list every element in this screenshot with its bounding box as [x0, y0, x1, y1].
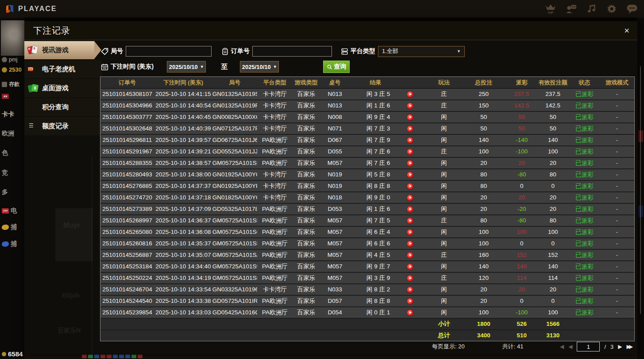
platform-type: PA欧洲厅: [257, 158, 293, 168]
valid-bet: 50: [536, 123, 569, 134]
menu-item-credit-records[interactable]: 额度记录: [24, 117, 102, 135]
date-to-select[interactable]: 2025/10/10 ▼: [240, 61, 279, 73]
replay-play-button[interactable]: [407, 126, 413, 132]
replay-play-button[interactable]: [407, 275, 413, 282]
replay-play-button[interactable]: [407, 309, 413, 316]
valid-bet: 50: [536, 112, 569, 122]
customer-service-icon[interactable]: [565, 4, 577, 14]
result-cell: 闲 6 庄 6: [350, 238, 428, 249]
replay-play-button[interactable]: [407, 149, 413, 155]
table-row: 251010145246704 2025-10-10 14:33:54 GN03…: [100, 283, 634, 295]
replay-play-button[interactable]: [407, 241, 413, 247]
roadmap-marker: [82, 355, 87, 358]
result-cell: 闲 0 庄 1: [350, 307, 428, 318]
page-input[interactable]: [577, 342, 600, 351]
order-number: 251010145291967: [100, 146, 154, 157]
settings-gear-icon[interactable]: [606, 4, 617, 14]
background-cards-icon-row: K9: [2, 94, 9, 99]
roadmap-marker: [94, 355, 99, 358]
roadmap-marker: [138, 355, 143, 358]
logo-text: PLAYACE: [18, 5, 57, 13]
music-icon[interactable]: [586, 4, 597, 14]
scrollbar[interactable]: [640, 66, 641, 314]
replay-play-button[interactable]: [407, 298, 413, 305]
subtotal-row: 小计 1800 526 1566: [100, 318, 634, 329]
result-text: 闲 9 庄 0: [350, 192, 407, 203]
bet-option: 闲: [427, 123, 460, 134]
bet-records-table: 订单号 下注时间 (美东) 局号 平台类型 游戏类型 桌号 结果 玩法 总投注 …: [100, 76, 635, 341]
bet-option: 闲: [427, 204, 460, 214]
result-cell: 闲 3 庄 5: [350, 89, 428, 99]
payout: 140: [507, 261, 536, 272]
status-badge: 已派彩: [569, 89, 600, 99]
order-number: 251010145268997: [100, 215, 154, 226]
menu-item-points[interactable]: 积分查询: [24, 98, 102, 116]
round-input[interactable]: [126, 46, 212, 57]
first-page-icon[interactable]: ◀: [560, 344, 564, 350]
replay-play-button[interactable]: [407, 252, 413, 259]
game-type: 百家乐: [293, 146, 320, 157]
replay-play-button[interactable]: [407, 286, 413, 293]
search-button[interactable]: 查询: [323, 61, 350, 73]
replay-play-button[interactable]: [407, 218, 413, 224]
table-number: M057: [320, 250, 350, 260]
last-page-icon[interactable]: ▶▶: [627, 344, 633, 350]
replay-play-button[interactable]: [407, 229, 413, 236]
menu-item-live-games[interactable]: K9 视讯游戏: [24, 41, 94, 59]
bet-option: 闲: [427, 261, 460, 272]
round-number: GM05725A101S9: [212, 261, 257, 272]
replay-play-button[interactable]: [407, 264, 413, 270]
modal-menu: K9 视讯游戏 777 电子老虎机 $ 桌面游戏 积分查询: [24, 41, 102, 136]
platform-select[interactable]: 1.全部 ▼: [378, 46, 465, 57]
bet-time: 2025-10-10 14:40:39: [154, 123, 212, 134]
date-from-select[interactable]: 2025/10/10 ▼: [167, 61, 206, 73]
game-type: 百家乐: [293, 307, 320, 318]
replay-play-button[interactable]: [407, 160, 413, 167]
chat-icon[interactable]: [626, 4, 638, 14]
next-page-icon[interactable]: ▶: [618, 344, 622, 350]
game-type: 百家乐: [293, 158, 320, 168]
background-item-slots: 777 电: [2, 207, 17, 215]
vip-icon[interactable]: VIP: [545, 4, 556, 14]
replay-play-button[interactable]: [407, 206, 413, 213]
roadmap-marker: [131, 355, 136, 358]
table-number: D053: [320, 204, 350, 214]
column-header: 桌号: [320, 77, 350, 88]
status-badge: 已派彩: [569, 296, 600, 306]
replay-play-button[interactable]: [407, 172, 413, 178]
replay-play-button[interactable]: [407, 114, 413, 121]
replay-play-button[interactable]: [407, 91, 413, 98]
table-number: N033: [320, 284, 350, 295]
game-type: 百家乐: [293, 238, 320, 249]
bet-time: 2025-10-10 14:38:00: [154, 169, 212, 180]
replay-play-button[interactable]: [407, 137, 413, 144]
game-type: 百家乐: [293, 181, 320, 191]
payout: 142.5: [507, 100, 536, 111]
to-label: 至: [221, 63, 228, 71]
payout: 152: [507, 250, 536, 260]
round-number: GN00825A100XC: [212, 112, 257, 122]
playace-logo-icon: [4, 4, 15, 14]
result-text: 闲 6 庄 4: [350, 227, 407, 237]
prev-page-icon[interactable]: ◀: [568, 344, 572, 350]
replay-play-button[interactable]: [407, 183, 413, 190]
total-bet: 80: [460, 215, 507, 226]
table-row: 251010145308107 2025-10-10 14:41:15 GN01…: [100, 88, 634, 99]
menu-item-table-games[interactable]: $ 桌面游戏: [24, 79, 102, 97]
playace-logo[interactable]: PLAYACE: [4, 4, 57, 14]
order-input[interactable]: [252, 46, 332, 57]
total-bet: 100: [460, 238, 507, 249]
bet-option: 闲: [427, 169, 460, 180]
game-type: 百家乐: [293, 227, 320, 237]
pagination: ◀ ◀ / 3 ▶ ▶▶: [560, 342, 633, 351]
replay-play-button[interactable]: [407, 103, 413, 109]
result-text: 闲 6 庄 6: [350, 238, 407, 249]
replay-play-button[interactable]: [407, 195, 413, 201]
subtotal-payout: 526: [507, 319, 536, 329]
menu-item-slots[interactable]: 777 电子老虎机: [24, 60, 102, 78]
close-icon[interactable]: ×: [624, 26, 629, 35]
subtotal-bet: 1800: [460, 319, 507, 329]
status-badge: 已派彩: [569, 169, 600, 180]
table-number: D067: [320, 135, 350, 145]
order-number: 251010145276885: [100, 181, 154, 191]
